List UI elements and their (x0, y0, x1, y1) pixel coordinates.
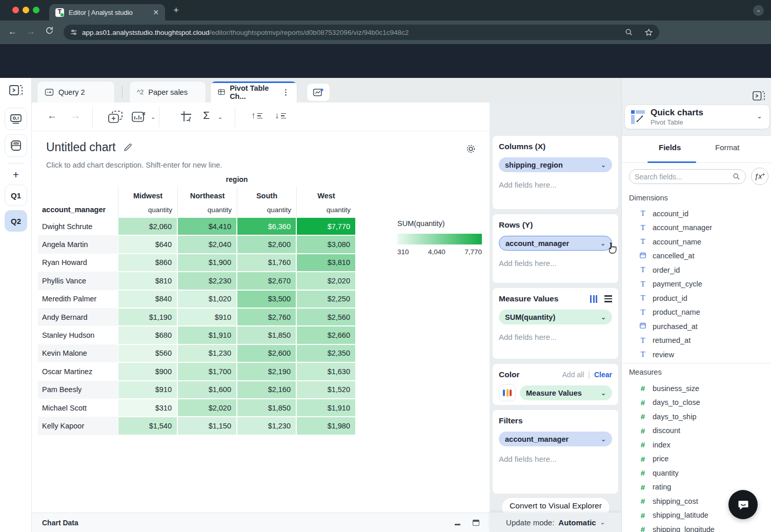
window-minimize-button[interactable] (23, 7, 29, 13)
heatmap-cell[interactable]: $2,250 (296, 290, 356, 308)
field-item[interactable]: #index (622, 438, 771, 452)
heatmap-cell[interactable]: $2,660 (296, 326, 356, 344)
color-palette-icon[interactable] (499, 384, 516, 401)
chat-support-button[interactable] (728, 490, 758, 519)
zoom-page-icon[interactable] (625, 28, 633, 36)
column-header[interactable]: Westquantity (296, 187, 356, 217)
heatmap-cell[interactable]: $1,150 (177, 417, 237, 435)
chevron-down-icon[interactable]: ⌄ (600, 519, 605, 526)
heatmap-cell[interactable]: $1,850 (237, 399, 296, 417)
heatmap-cell[interactable]: $6,360 (237, 217, 296, 235)
heatmap-cell[interactable]: $640 (118, 235, 177, 253)
row-header[interactable]: Angela Martin (38, 235, 118, 253)
account-manager-pill[interactable]: account_manager⌄ (499, 236, 612, 251)
row-header[interactable]: Stanley Hudson (38, 326, 118, 344)
address-bar[interactable]: app.as01.analyststudio.thoughtspot.cloud… (64, 25, 659, 40)
field-item[interactable]: Torder_id (622, 263, 771, 277)
field-item[interactable]: cancelled_at (622, 249, 771, 263)
panel-toggle-right-icon[interactable] (752, 90, 765, 104)
heatmap-cell[interactable]: $2,060 (118, 217, 177, 235)
chart-description-placeholder[interactable]: Click to add chart description. Shift-en… (46, 161, 222, 169)
field-item[interactable]: Tpayment_cycle (622, 277, 771, 292)
sidebar-item-q2[interactable]: Q2 (5, 210, 27, 232)
window-close-button[interactable] (12, 7, 19, 13)
field-item[interactable]: Taccount_manager (622, 221, 771, 235)
heatmap-cell[interactable]: $1,520 (296, 381, 356, 399)
color-clear-button[interactable]: Clear (594, 371, 612, 379)
heatmap-cell[interactable]: $2,230 (177, 272, 237, 290)
add-chart-button[interactable] (307, 83, 330, 101)
heatmap-cell[interactable]: $860 (118, 254, 177, 272)
column-header[interactable]: Northeastquantity (177, 187, 237, 217)
color-add-all-button[interactable]: Add all (562, 371, 584, 379)
field-item[interactable]: #shipping_longitude (622, 522, 771, 532)
heatmap-cell[interactable]: $2,040 (177, 235, 237, 253)
browser-tab[interactable]: Editor | Analyst studio ✕ (49, 4, 165, 21)
heatmap-cell[interactable]: $840 (118, 290, 177, 308)
heatmap-cell[interactable]: $3,500 (237, 290, 296, 308)
tab-fields[interactable]: Fields (659, 143, 681, 152)
row-header[interactable]: Kevin Malone (38, 344, 118, 362)
tab-menu-kebab-icon[interactable]: ⋮ (282, 88, 290, 97)
heatmap-cell[interactable]: $1,980 (296, 417, 356, 435)
heatmap-cell[interactable]: $910 (118, 381, 177, 399)
sort-descending-button[interactable]: ↓ (275, 111, 286, 121)
row-header[interactable]: Kelly Kapoor (38, 417, 118, 435)
heatmap-cell[interactable]: $2,760 (237, 308, 296, 326)
row-header[interactable]: Phyllis Vance (38, 272, 118, 290)
heatmap-cell[interactable]: $1,230 (177, 344, 237, 362)
heatmap-cell[interactable]: $2,350 (296, 344, 356, 362)
heatmap-cell[interactable]: $1,900 (177, 254, 237, 272)
minimize-panel-icon[interactable] (455, 524, 460, 525)
heatmap-cell[interactable]: $1,230 (237, 417, 296, 435)
search-fields-input[interactable] (635, 173, 728, 181)
field-item[interactable]: #business_size (622, 381, 771, 396)
heatmap-cell[interactable]: $7,770 (296, 217, 356, 235)
sum-quantity-pill[interactable]: SUM(quantity)⌄ (499, 310, 612, 324)
heatmap-cell[interactable]: $1,760 (237, 254, 296, 272)
field-item[interactable]: Taccount_id (622, 207, 771, 221)
heatmap-cell[interactable]: $1,700 (177, 362, 237, 380)
bookmark-star-icon[interactable] (644, 28, 653, 37)
row-header[interactable]: Meredith Palmer (38, 290, 118, 308)
shipping-region-pill[interactable]: shipping_region⌄ (499, 157, 612, 172)
maximize-panel-icon[interactable] (473, 520, 479, 526)
aggregate-chevron-icon[interactable]: ⌄ (218, 114, 222, 120)
heatmap-cell[interactable]: $1,190 (118, 308, 177, 326)
chart-settings-button[interactable] (461, 139, 480, 158)
heatmap-cell[interactable]: $4,410 (177, 217, 237, 235)
row-header[interactable]: Ryan Howard (38, 254, 118, 272)
update-mode-dropdown[interactable]: Automatic (558, 518, 596, 527)
heatmap-cell[interactable]: $2,600 (237, 235, 296, 253)
tab-format[interactable]: Format (715, 143, 740, 152)
field-item[interactable]: #days_to_close (622, 396, 771, 410)
sidebar-item-q1[interactable]: Q1 (5, 185, 27, 206)
aggregate-button[interactable]: Σ (203, 109, 210, 121)
sort-ascending-button[interactable]: ↑ (251, 111, 262, 121)
add-fields-placeholder[interactable]: Add fields here... (499, 259, 612, 268)
browser-back-button[interactable]: ← (8, 27, 17, 37)
column-header[interactable]: Southquantity (237, 187, 296, 217)
heatmap-cell[interactable]: $2,600 (237, 344, 296, 362)
add-formula-button[interactable]: ƒx+ (751, 168, 768, 185)
remove-chart-button[interactable] (131, 110, 147, 126)
heatmap-cell[interactable]: $810 (118, 272, 177, 290)
quick-charts-selector[interactable]: Quick charts Pivot Table ⌄ (624, 105, 770, 129)
redo-button[interactable]: → (71, 110, 80, 121)
heatmap-cell[interactable]: $560 (118, 344, 177, 362)
field-item[interactable]: purchased_at (622, 319, 771, 334)
field-item[interactable]: #discount (622, 424, 771, 438)
undo-button[interactable]: ← (47, 110, 57, 121)
field-item[interactable]: Taccount_name (622, 235, 771, 249)
add-to-report-button[interactable] (108, 110, 123, 126)
tab-query-2[interactable]: Query 2 (37, 81, 115, 103)
new-tab-button[interactable]: + (173, 5, 179, 15)
heatmap-cell[interactable]: $1,600 (177, 381, 237, 399)
color-measure-values-pill[interactable]: Measure Values⌄ (520, 385, 612, 400)
heatmap-cell[interactable]: $1,910 (177, 326, 237, 344)
add-fields-placeholder[interactable]: Add fields here... (499, 455, 612, 463)
sidebar-report-button[interactable] (5, 108, 27, 130)
edit-pencil-icon[interactable] (123, 142, 133, 152)
heatmap-cell[interactable]: $2,020 (177, 399, 237, 417)
chart-title[interactable]: Untitled chart (46, 140, 116, 154)
